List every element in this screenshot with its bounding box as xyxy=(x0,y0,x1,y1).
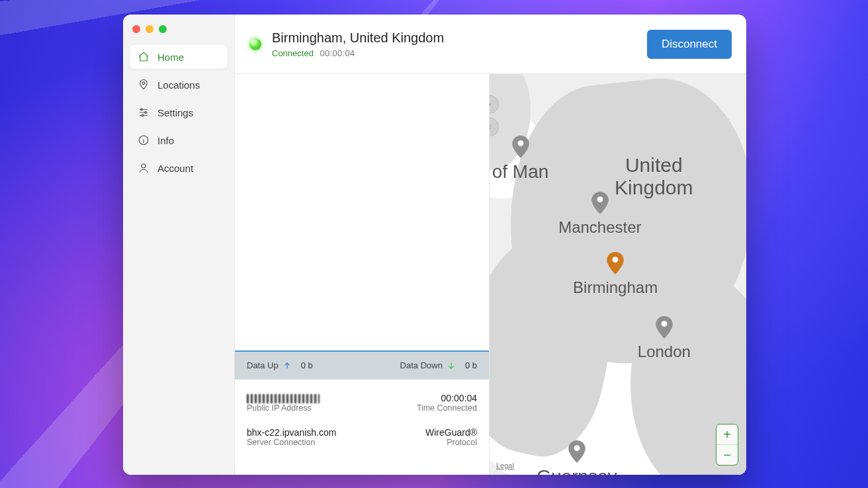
user-icon xyxy=(138,162,150,174)
nav: Home Locations Settings Info xyxy=(123,45,234,180)
window-controls xyxy=(123,21,234,45)
details-grid: Public IP Address 00:00:04 Time Connecte… xyxy=(235,380,489,475)
sidebar-item-info[interactable]: Info xyxy=(130,128,228,152)
zoom-control: + − xyxy=(716,424,738,466)
map-marker-of-man[interactable] xyxy=(512,136,529,158)
sidebar-item-account[interactable]: Account xyxy=(130,156,228,180)
svg-point-0 xyxy=(142,82,145,85)
sidebar-item-label: Locations xyxy=(157,79,200,91)
body: Data Up 0 b Data Down 0 b xyxy=(235,74,746,475)
map-marker-london[interactable] xyxy=(656,316,673,339)
header: Birmingham, United Kingdom Connected 00:… xyxy=(235,15,746,74)
map-label: Birmingham xyxy=(573,278,658,297)
stats-panel: Data Up 0 b Data Down 0 b xyxy=(235,74,490,475)
sidebar: Home Locations Settings Info xyxy=(123,15,235,475)
home-icon xyxy=(138,51,150,63)
map-label: Manchester xyxy=(558,218,641,237)
map[interactable]: UnitedKingdom of ManManchesterBirmingham… xyxy=(490,74,746,475)
sliders-icon xyxy=(138,106,150,118)
app-window: Home Locations Settings Info xyxy=(123,15,746,475)
sidebar-item-settings[interactable]: Settings xyxy=(130,101,228,124)
sidebar-item-label: Account xyxy=(157,163,193,174)
location-title: Birmingham, United Kingdom xyxy=(272,30,444,46)
protocol-value: WireGuard® xyxy=(369,427,477,438)
map-legal-link[interactable]: Legal xyxy=(496,462,514,469)
arrow-down-icon xyxy=(447,361,456,370)
sidebar-item-label: Settings xyxy=(157,107,193,118)
svg-point-10 xyxy=(574,445,580,451)
server-label: Server Connection xyxy=(247,438,355,447)
map-label: Guernsey xyxy=(537,467,617,475)
pin-icon xyxy=(138,79,150,91)
disconnect-button[interactable]: Disconnect xyxy=(647,30,732,59)
map-marker-birmingham[interactable] xyxy=(607,252,624,274)
info-icon xyxy=(138,134,150,146)
zoom-in-button[interactable]: + xyxy=(716,425,738,445)
public-ip-value xyxy=(247,393,355,403)
map-marker-manchester[interactable] xyxy=(591,192,609,214)
content: Birmingham, United Kingdom Connected 00:… xyxy=(235,15,746,475)
arrow-up-icon xyxy=(282,361,292,370)
sidebar-item-locations[interactable]: Locations xyxy=(130,73,228,97)
status-text: Connected xyxy=(272,48,314,58)
svg-point-9 xyxy=(661,321,667,327)
traffic-graph xyxy=(235,74,489,350)
status-indicator-icon xyxy=(249,38,261,50)
svg-point-5 xyxy=(142,164,146,168)
time-connected-label: Time Connected xyxy=(369,403,477,413)
minimize-window-button[interactable] xyxy=(146,25,153,33)
data-bar: Data Up 0 b Data Down 0 b xyxy=(235,350,489,380)
sidebar-item-home[interactable]: Home xyxy=(130,45,228,69)
public-ip-label: Public IP Address xyxy=(247,403,355,413)
obscured-text xyxy=(247,394,320,403)
sidebar-item-label: Info xyxy=(157,135,174,146)
data-up-value: 0 b xyxy=(301,360,313,370)
data-down-label: Data Down xyxy=(400,360,443,370)
svg-point-6 xyxy=(517,140,523,146)
sidebar-item-label: Home xyxy=(157,52,184,63)
map-marker-guernsey[interactable] xyxy=(568,440,586,463)
zoom-out-button[interactable]: − xyxy=(716,445,738,465)
zoom-window-button[interactable] xyxy=(159,25,167,33)
svg-point-7 xyxy=(597,196,603,202)
svg-point-8 xyxy=(613,257,619,263)
map-label: London xyxy=(638,343,691,361)
close-window-button[interactable] xyxy=(132,25,140,33)
map-country-label: UnitedKingdom xyxy=(615,154,693,199)
time-connected-value: 00:00:04 xyxy=(369,393,477,403)
server-value: bhx-c22.ipvanish.com xyxy=(247,427,355,438)
data-down-value: 0 b xyxy=(465,360,477,370)
status-elapsed: 00:00:04 xyxy=(320,48,355,58)
map-label: of Man xyxy=(492,162,549,181)
protocol-label: Protocol xyxy=(369,438,477,447)
data-up-label: Data Up xyxy=(247,360,279,370)
